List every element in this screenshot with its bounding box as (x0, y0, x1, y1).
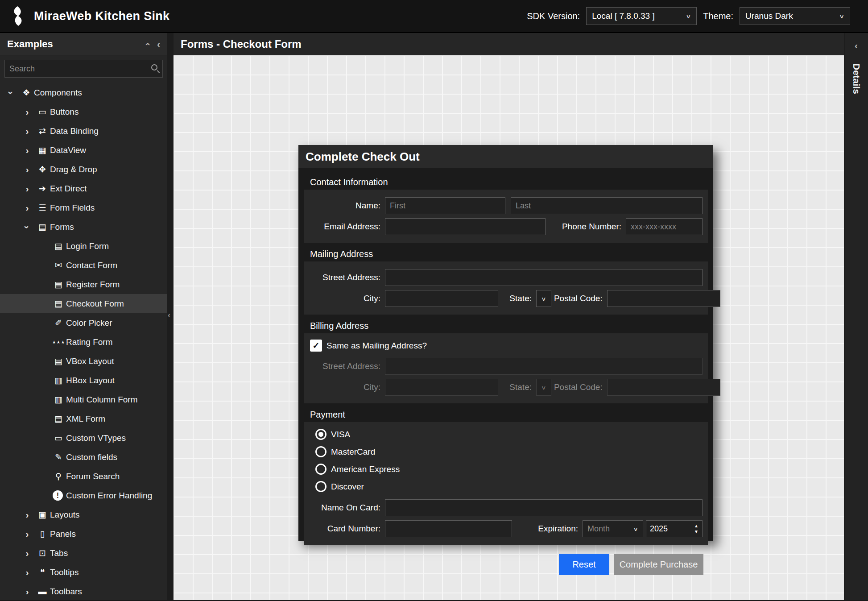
sidebar-item-login-form[interactable]: ▤ Login Form (0, 236, 167, 256)
main-header: Forms - Checkout Form (174, 33, 844, 55)
billing-state-select[interactable]: ∨ (536, 379, 551, 396)
sidebar-item-layouts[interactable]: › ▣ Layouts (0, 505, 167, 524)
sidebar-item-rating-form[interactable]: ⋆⋆⋆ Rating Form (0, 332, 167, 352)
collapse-panel-icon[interactable]: ‹ (157, 39, 160, 50)
billing-city-input[interactable] (385, 379, 498, 396)
last-name-input[interactable] (511, 197, 703, 214)
first-name-input[interactable] (385, 197, 505, 214)
radio-label: American Express (331, 464, 400, 474)
tree-expander-icon[interactable]: › (21, 567, 34, 578)
sidebar-item-custom-fields[interactable]: ✎ Custom fields (0, 448, 167, 467)
contact-information-legend: Contact Information (304, 174, 708, 190)
sidebar-item-dataview[interactable]: › ▦ DataView (0, 141, 167, 160)
same-as-mailing-checkbox[interactable]: ✓ (310, 340, 322, 352)
billing-street-input[interactable] (385, 358, 703, 375)
tree-expander-icon[interactable]: › (21, 548, 34, 559)
tree-expander-icon[interactable]: › (21, 164, 34, 175)
sidebar-item-drag-drop[interactable]: › ✥ Drag & Drop (0, 160, 167, 179)
mailing-street-input[interactable] (385, 269, 703, 286)
sidebar-splitter[interactable]: ‹ (167, 33, 174, 600)
sidebar-item-xml-form[interactable]: ▤ XML Form (0, 409, 167, 428)
sidebar-item-components[interactable]: › ❖ Components (0, 83, 167, 102)
tree-expander-icon[interactable]: › (21, 529, 34, 539)
spinner-up-icon[interactable]: ▲ (694, 524, 699, 528)
expand-details-icon[interactable]: ‹ (855, 40, 858, 51)
search-field (4, 60, 163, 78)
dialog-footer: Reset Complete Purchase (304, 547, 708, 584)
email-address-input[interactable] (385, 218, 546, 235)
theme-value: Uranus Dark (745, 11, 793, 21)
sidebar-item-tabs[interactable]: › ⊡ Tabs (0, 543, 167, 563)
tree-expander-icon[interactable]: › (21, 183, 34, 194)
radio-button[interactable] (315, 464, 327, 475)
sidebar-item-tooltips[interactable]: › ❝ Tooltips (0, 563, 167, 582)
details-panel-collapsed[interactable]: ‹ Details (844, 33, 868, 600)
payment-option-american-express[interactable]: American Express (315, 460, 703, 478)
sidebar-item-vbox-layout[interactable]: ▤ VBox Layout (0, 352, 167, 371)
expiration-year-spinner[interactable]: 2025 ▲ ▼ (646, 520, 703, 537)
name-on-card-input[interactable] (385, 499, 703, 516)
card-number-input[interactable] (385, 520, 512, 537)
search-input[interactable] (4, 60, 163, 78)
sidebar-item-checkout-form[interactable]: ▤ Checkout Form (0, 294, 167, 313)
tree-expander-icon[interactable]: › (6, 86, 17, 99)
register-form-icon: ▤ (50, 279, 66, 290)
tree-expander-icon[interactable]: › (22, 220, 33, 234)
sidebar-item-ext-direct[interactable]: › ➔ Ext Direct (0, 179, 167, 198)
example-canvas: Complete Check Out Contact Information N… (174, 55, 844, 600)
reset-button[interactable]: Reset (559, 554, 609, 575)
billing-street-label: Street Address: (309, 361, 385, 371)
payment-option-visa[interactable]: VISA (315, 426, 703, 443)
sdk-version-value: Local [ 7.8.0.33 ] (592, 11, 655, 21)
payment-option-mastercard[interactable]: MasterCard (315, 443, 703, 460)
expiration-month-select[interactable]: Month ∨ (583, 520, 643, 537)
mailing-address-legend: Mailing Address (304, 245, 708, 261)
sidebar-item-forum-search[interactable]: ⚲ Forum Search (0, 467, 167, 486)
chevron-down-icon: ∨ (541, 384, 546, 390)
sdk-version-select[interactable]: Local [ 7.8.0.33 ] ∨ (586, 7, 697, 25)
sidebar-item-forms[interactable]: › ▤ Forms (0, 217, 167, 236)
examples-title: Examples (7, 38, 53, 50)
sidebar-item-custom-error-handling[interactable]: ! Custom Error Handling (0, 486, 167, 505)
radio-button[interactable] (315, 446, 327, 457)
sidebar-item-data-binding[interactable]: › ⇄ Data Binding (0, 121, 167, 141)
tree-expander-icon[interactable]: › (21, 145, 34, 156)
color-picker-icon: ✐ (50, 318, 66, 328)
tree-expander-icon[interactable]: › (21, 510, 34, 520)
sidebar-item-custom-vtypes[interactable]: ▭ Custom VTypes (0, 428, 167, 448)
tree-expander-icon[interactable]: › (21, 203, 34, 213)
sidebar-item-form-fields[interactable]: › ☰ Form Fields (0, 198, 167, 217)
billing-postal-label: Postal Code: (551, 382, 607, 392)
drag-drop-icon: ✥ (34, 164, 50, 174)
payment-option-discover[interactable]: Discover (315, 478, 703, 495)
tree-expander-icon[interactable]: › (21, 126, 34, 137)
sidebar-item-buttons[interactable]: › ▭ Buttons (0, 102, 167, 121)
phone-number-input[interactable] (626, 218, 703, 235)
name-on-card-label: Name On Card: (309, 503, 385, 513)
collapse-all-icon[interactable]: › (141, 42, 152, 46)
expiration-label: Expiration: (530, 524, 583, 534)
tree-expander-icon[interactable]: › (21, 107, 34, 117)
radio-button[interactable] (315, 481, 327, 492)
mailing-city-input[interactable] (385, 290, 498, 307)
sidebar-item-register-form[interactable]: ▤ Register Form (0, 275, 167, 294)
mailing-postal-input[interactable] (607, 290, 720, 307)
chevron-down-icon: ∨ (839, 13, 844, 19)
sidebar-item-toolbars[interactable]: › ▬ Toolbars (0, 582, 167, 600)
sidebar-item-color-picker[interactable]: ✐ Color Picker (0, 313, 167, 332)
complete-purchase-button[interactable]: Complete Purchase (614, 554, 703, 575)
custom-vtypes-icon: ▭ (50, 433, 66, 443)
billing-postal-input[interactable] (607, 379, 720, 396)
phone-number-label: Phone Number: (559, 222, 626, 232)
radio-button[interactable] (315, 429, 327, 440)
tree-expander-icon[interactable]: › (21, 586, 34, 597)
app-logo-icon (10, 5, 26, 27)
sidebar-item-hbox-layout[interactable]: ▥ HBox Layout (0, 371, 167, 390)
sidebar-item-panels[interactable]: › ▯ Panels (0, 524, 167, 543)
mailing-state-select[interactable]: ∨ (536, 290, 551, 307)
splitter-collapse-icon[interactable]: ‹ (168, 311, 170, 320)
sidebar-item-multi-column-form[interactable]: ▥ Multi Column Form (0, 390, 167, 409)
theme-select[interactable]: Uranus Dark ∨ (740, 7, 850, 25)
spinner-down-icon[interactable]: ▼ (694, 530, 699, 534)
sidebar-item-contact-form[interactable]: ✉ Contact Form (0, 256, 167, 275)
